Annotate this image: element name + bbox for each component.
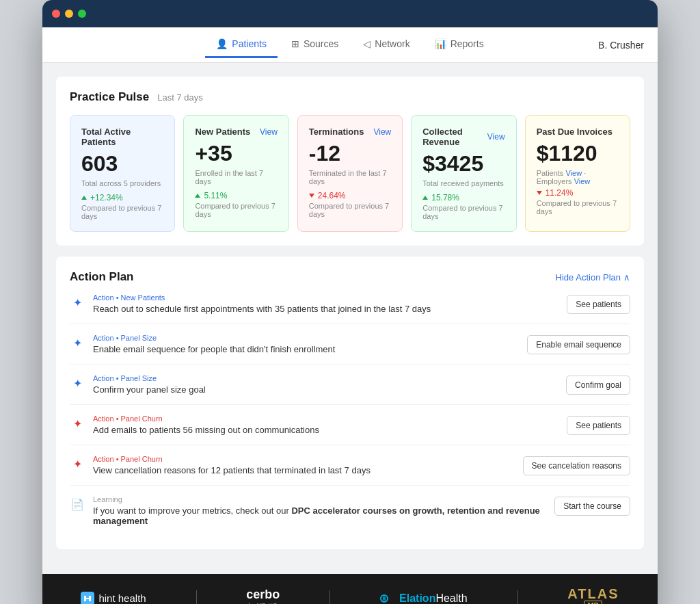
elation-icon	[380, 591, 395, 605]
hint-health-icon	[81, 592, 94, 605]
action-text-4: Add emails to patients 56 missing out on…	[93, 425, 558, 435]
action-text-3: Confirm your panel size goal	[93, 384, 558, 395]
metric-links-past-due: Patients View · Employers View	[537, 169, 619, 185]
metric-change-val-new-patients: 5.11%	[204, 191, 227, 200]
metric-change-desc-terminations: Compared to previous 7 days	[309, 202, 391, 218]
action-icon-4: ✦	[70, 416, 85, 431]
action-category-6: Learning	[93, 495, 546, 503]
action-icon-1: ✦	[70, 295, 85, 310]
action-icon-3: ✦	[70, 376, 85, 391]
tab-sources-label: Sources	[304, 38, 338, 49]
elation-label-left: Elation	[399, 592, 435, 604]
metric-change-past-due: 11.24%	[537, 188, 619, 198]
metric-change-desc-collected-revenue: Compared to previous 7 days	[422, 204, 504, 220]
user-name: B. Crusher	[598, 40, 644, 51]
practice-pulse-title: Practice Pulse	[70, 90, 149, 104]
action-plan-title: Action Plan	[70, 270, 134, 284]
action-item-4: ✦ Action • Panel Churn Add emails to pat…	[70, 405, 630, 445]
metric-change-val-total-active: +12.34%	[90, 193, 123, 202]
hide-action-plan-link[interactable]: Hide Action Plan ∧	[556, 272, 630, 283]
action-content-1: Action • New Patients Reach out to sched…	[93, 293, 558, 314]
chevron-up-icon: ∧	[623, 272, 630, 283]
expand-dot[interactable]	[78, 10, 86, 18]
action-plan-card: Action Plan Hide Action Plan ∧ ✦ Action …	[56, 257, 644, 549]
action-icon-6: 📄	[70, 497, 85, 512]
metric-change-val-collected-revenue: 15.78%	[431, 193, 459, 202]
metric-header-collected-revenue: Collected Revenue View	[422, 127, 504, 147]
action-plan-header: Action Plan Hide Action Plan ∧	[70, 270, 630, 284]
browser-window: 👤 Patients ⊞ Sources ◁ Network 📊 Reports…	[42, 0, 658, 604]
action-text-1: Reach out to schedule first appointments…	[93, 304, 558, 314]
atlas-main: ATLAS	[567, 586, 619, 602]
past-due-employers-link[interactable]: View	[574, 177, 591, 185]
network-icon: ◁	[363, 38, 371, 49]
metric-desc-total-active: Total across 5 providers	[81, 179, 163, 187]
action-content-5: Action • Panel Churn View cancellation r…	[93, 455, 515, 475]
hint-health-logo: hint health	[81, 592, 146, 605]
action-btn-2[interactable]: Enable email sequence	[527, 335, 630, 354]
elation-label: ElationHealth	[399, 592, 468, 605]
metric-header-total-active: Total Active Patients	[81, 127, 163, 147]
sources-icon: ⊞	[291, 38, 299, 49]
metric-change-val-terminations: 24.64%	[318, 191, 346, 200]
metric-label-past-due: Past Due Invoices	[537, 127, 612, 137]
collected-revenue-view-link[interactable]: View	[487, 132, 505, 142]
action-btn-5[interactable]: See cancelation reasons	[523, 456, 630, 475]
metric-change-desc-past-due: Compared to previous 7 days	[537, 199, 619, 215]
metric-change-new-patients: 5.11%	[195, 191, 277, 200]
practice-pulse-header: Practice Pulse Last 7 days	[70, 90, 630, 104]
metric-value-new-patients: +35	[195, 141, 277, 166]
action-item-1: ✦ Action • New Patients Reach out to sch…	[70, 284, 630, 324]
metric-header-terminations: Terminations View	[309, 127, 391, 137]
action-icon-5: ✦	[70, 456, 85, 471]
elation-label-right: Health	[435, 592, 467, 604]
tab-network[interactable]: ◁ Network	[352, 31, 420, 58]
new-patients-view-link[interactable]: View	[260, 127, 278, 137]
action-item-5: ✦ Action • Panel Churn View cancellation…	[70, 445, 630, 486]
action-category-1: Action • New Patients	[93, 293, 558, 302]
divider-3	[517, 590, 518, 605]
action-icon-2: ✦	[70, 335, 85, 350]
action-btn-3[interactable]: Confirm goal	[566, 376, 630, 395]
atlas-logo: ATLAS MD	[567, 586, 619, 604]
metric-total-active: Total Active Patients 603 Total across 5…	[70, 115, 175, 232]
cerbo-label: cerbo by MD-HQ	[246, 588, 280, 604]
metric-desc-terminations: Terminated in the last 7 days	[309, 169, 391, 185]
metric-label-new-patients: New Patients	[195, 127, 250, 137]
tab-patients[interactable]: 👤 Patients	[205, 31, 278, 58]
metric-header-past-due: Past Due Invoices	[537, 127, 619, 137]
elation-health-logo: ElationHealth	[380, 591, 468, 605]
hint-health-label: hint health	[98, 592, 146, 604]
action-item-6: 📄 Learning If you want to improve your m…	[70, 486, 630, 536]
terminations-view-link[interactable]: View	[373, 127, 391, 137]
metric-change-val-past-due: 11.24%	[546, 188, 574, 198]
metric-change-desc-total-active: Compared to previous 7 days	[81, 204, 163, 220]
tab-reports[interactable]: 📊 Reports	[424, 31, 495, 58]
action-btn-1[interactable]: See patients	[567, 295, 630, 314]
metric-value-terminations: -12	[309, 141, 391, 166]
divider-1	[196, 590, 197, 605]
metric-new-patients: New Patients View +35 Enrolled in the la…	[183, 115, 288, 232]
past-due-patients-link[interactable]: View	[565, 169, 582, 177]
tab-reports-label: Reports	[450, 38, 484, 49]
practice-pulse-card: Practice Pulse Last 7 days Total Active …	[56, 77, 644, 246]
up-arrow-collected-revenue	[422, 196, 428, 200]
action-btn-4[interactable]: See patients	[567, 416, 630, 435]
down-arrow-terminations	[309, 194, 314, 198]
up-arrow-new-patients	[195, 194, 200, 198]
action-text-5: View cancellation reasons for 12 patient…	[93, 465, 515, 475]
action-item-2: ✦ Action • Panel Size Enable email seque…	[70, 324, 630, 365]
metric-value-past-due: $1120	[537, 141, 619, 166]
metric-label-total-active: Total Active Patients	[81, 127, 163, 147]
atlas-label: ATLAS MD	[567, 586, 619, 604]
action-btn-6[interactable]: Start the course	[554, 497, 630, 516]
close-dot[interactable]	[52, 10, 60, 18]
tab-sources[interactable]: ⊞ Sources	[280, 31, 349, 58]
metric-label-collected-revenue: Collected Revenue	[422, 127, 487, 147]
metric-terminations: Terminations View -12 Terminated in the …	[297, 115, 403, 232]
metric-change-total-active: +12.34%	[81, 193, 163, 202]
partner-bar: hint health cerbo by MD-HQ ElationHealth…	[42, 574, 658, 604]
minimize-dot[interactable]	[65, 10, 73, 18]
browser-titlebar	[42, 0, 658, 27]
hide-label: Hide Action Plan	[556, 272, 621, 283]
